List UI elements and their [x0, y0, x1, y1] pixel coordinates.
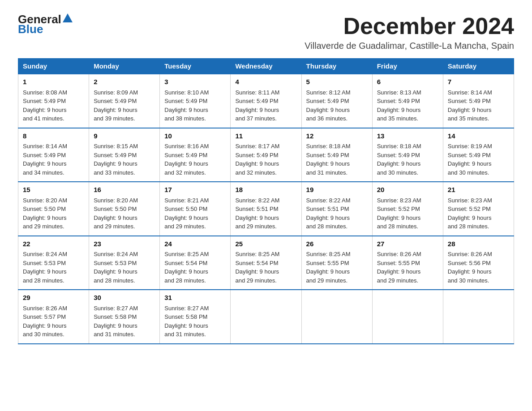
calendar-header-row: SundayMondayTuesdayWednesdayThursdayFrid…	[18, 59, 514, 74]
day-cell: 30 Sunrise: 8:27 AM Sunset: 5:58 PM Dayl…	[89, 290, 160, 344]
day-number: 2	[94, 77, 155, 87]
day-number: 31	[164, 293, 226, 303]
day-info: Sunrise: 8:23 AM Sunset: 5:52 PM Dayligh…	[377, 196, 438, 231]
day-cell: 6 Sunrise: 8:13 AM Sunset: 5:49 PM Dayli…	[372, 74, 443, 128]
day-info: Sunrise: 8:25 AM Sunset: 5:54 PM Dayligh…	[235, 250, 296, 285]
day-info: Sunrise: 8:27 AM Sunset: 5:58 PM Dayligh…	[94, 304, 155, 339]
day-cell: 25 Sunrise: 8:25 AM Sunset: 5:54 PM Dayl…	[231, 236, 301, 290]
col-header-saturday: Saturday	[443, 59, 514, 74]
day-info: Sunrise: 8:22 AM Sunset: 5:51 PM Dayligh…	[306, 196, 368, 231]
day-number: 1	[23, 77, 84, 87]
day-number: 6	[377, 77, 438, 87]
day-info: Sunrise: 8:15 AM Sunset: 5:49 PM Dayligh…	[94, 142, 155, 177]
col-header-monday: Monday	[89, 59, 160, 74]
col-header-sunday: Sunday	[18, 59, 89, 74]
col-header-tuesday: Tuesday	[160, 59, 231, 74]
day-cell: 11 Sunrise: 8:17 AM Sunset: 5:49 PM Dayl…	[231, 128, 301, 182]
day-info: Sunrise: 8:13 AM Sunset: 5:49 PM Dayligh…	[377, 88, 438, 123]
day-cell	[372, 290, 443, 344]
day-number: 4	[235, 77, 296, 87]
day-cell: 17 Sunrise: 8:21 AM Sunset: 5:50 PM Dayl…	[160, 182, 231, 236]
day-number: 16	[94, 185, 155, 195]
day-info: Sunrise: 8:26 AM Sunset: 5:56 PM Dayligh…	[448, 250, 509, 285]
day-cell: 7 Sunrise: 8:14 AM Sunset: 5:49 PM Dayli…	[443, 74, 514, 128]
day-info: Sunrise: 8:24 AM Sunset: 5:53 PM Dayligh…	[94, 250, 155, 285]
day-cell: 26 Sunrise: 8:25 AM Sunset: 5:55 PM Dayl…	[301, 236, 372, 290]
day-number: 7	[448, 77, 509, 87]
week-row-3: 15 Sunrise: 8:20 AM Sunset: 5:50 PM Dayl…	[18, 182, 514, 236]
day-cell: 12 Sunrise: 8:18 AM Sunset: 5:49 PM Dayl…	[301, 128, 372, 182]
day-info: Sunrise: 8:19 AM Sunset: 5:49 PM Dayligh…	[448, 142, 509, 177]
day-number: 28	[448, 239, 509, 249]
day-number: 27	[377, 239, 438, 249]
day-number: 3	[164, 77, 226, 87]
day-info: Sunrise: 8:20 AM Sunset: 5:50 PM Dayligh…	[94, 196, 155, 231]
day-cell: 29 Sunrise: 8:26 AM Sunset: 5:57 PM Dayl…	[18, 290, 89, 344]
day-cell: 23 Sunrise: 8:24 AM Sunset: 5:53 PM Dayl…	[89, 236, 160, 290]
day-cell: 21 Sunrise: 8:23 AM Sunset: 5:52 PM Dayl…	[443, 182, 514, 236]
day-info: Sunrise: 8:22 AM Sunset: 5:51 PM Dayligh…	[235, 196, 296, 231]
day-cell: 3 Sunrise: 8:10 AM Sunset: 5:49 PM Dayli…	[160, 74, 231, 128]
day-number: 11	[235, 131, 296, 141]
day-number: 29	[23, 293, 84, 303]
day-cell: 5 Sunrise: 8:12 AM Sunset: 5:49 PM Dayli…	[301, 74, 372, 128]
day-cell	[231, 290, 301, 344]
day-info: Sunrise: 8:27 AM Sunset: 5:58 PM Dayligh…	[164, 304, 226, 339]
day-number: 25	[235, 239, 296, 249]
col-header-thursday: Thursday	[301, 59, 372, 74]
day-cell: 22 Sunrise: 8:24 AM Sunset: 5:53 PM Dayl…	[18, 236, 89, 290]
logo-triangle-icon	[63, 13, 73, 22]
col-header-wednesday: Wednesday	[231, 59, 301, 74]
day-cell: 20 Sunrise: 8:23 AM Sunset: 5:52 PM Dayl…	[372, 182, 443, 236]
day-cell: 9 Sunrise: 8:15 AM Sunset: 5:49 PM Dayli…	[89, 128, 160, 182]
day-info: Sunrise: 8:12 AM Sunset: 5:49 PM Dayligh…	[306, 88, 368, 123]
day-number: 9	[94, 131, 155, 141]
day-cell: 27 Sunrise: 8:26 AM Sunset: 5:55 PM Dayl…	[372, 236, 443, 290]
day-number: 10	[164, 131, 226, 141]
day-number: 24	[164, 239, 226, 249]
day-number: 5	[306, 77, 368, 87]
week-row-4: 22 Sunrise: 8:24 AM Sunset: 5:53 PM Dayl…	[18, 236, 514, 290]
day-info: Sunrise: 8:14 AM Sunset: 5:49 PM Dayligh…	[23, 142, 84, 177]
day-cell: 18 Sunrise: 8:22 AM Sunset: 5:51 PM Dayl…	[231, 182, 301, 236]
day-cell: 8 Sunrise: 8:14 AM Sunset: 5:49 PM Dayli…	[18, 128, 89, 182]
day-cell: 28 Sunrise: 8:26 AM Sunset: 5:56 PM Dayl…	[443, 236, 514, 290]
day-cell: 19 Sunrise: 8:22 AM Sunset: 5:51 PM Dayl…	[301, 182, 372, 236]
calendar-subtitle: Villaverde de Guadalimar, Castille-La Ma…	[305, 41, 514, 51]
day-number: 19	[306, 185, 368, 195]
day-number: 22	[23, 239, 84, 249]
day-info: Sunrise: 8:14 AM Sunset: 5:49 PM Dayligh…	[448, 88, 509, 123]
day-info: Sunrise: 8:25 AM Sunset: 5:55 PM Dayligh…	[306, 250, 368, 285]
day-info: Sunrise: 8:16 AM Sunset: 5:49 PM Dayligh…	[164, 142, 226, 177]
day-number: 17	[164, 185, 226, 195]
day-cell: 31 Sunrise: 8:27 AM Sunset: 5:58 PM Dayl…	[160, 290, 231, 344]
day-cell: 10 Sunrise: 8:16 AM Sunset: 5:49 PM Dayl…	[160, 128, 231, 182]
day-cell	[443, 290, 514, 344]
calendar-body: 1 Sunrise: 8:08 AM Sunset: 5:49 PM Dayli…	[18, 74, 514, 344]
day-number: 20	[377, 185, 438, 195]
day-cell: 24 Sunrise: 8:25 AM Sunset: 5:54 PM Dayl…	[160, 236, 231, 290]
calendar-title: December 2024	[305, 13, 514, 39]
day-info: Sunrise: 8:20 AM Sunset: 5:50 PM Dayligh…	[23, 196, 84, 231]
day-info: Sunrise: 8:26 AM Sunset: 5:55 PM Dayligh…	[377, 250, 438, 285]
day-number: 21	[448, 185, 509, 195]
day-info: Sunrise: 8:25 AM Sunset: 5:54 PM Dayligh…	[164, 250, 226, 285]
day-info: Sunrise: 8:08 AM Sunset: 5:49 PM Dayligh…	[23, 88, 84, 123]
day-info: Sunrise: 8:21 AM Sunset: 5:50 PM Dayligh…	[164, 196, 226, 231]
day-info: Sunrise: 8:24 AM Sunset: 5:53 PM Dayligh…	[23, 250, 84, 285]
day-number: 30	[94, 293, 155, 303]
col-header-friday: Friday	[372, 59, 443, 74]
day-info: Sunrise: 8:11 AM Sunset: 5:49 PM Dayligh…	[235, 88, 296, 123]
day-cell: 14 Sunrise: 8:19 AM Sunset: 5:49 PM Dayl…	[443, 128, 514, 182]
day-number: 8	[23, 131, 84, 141]
title-block: December 2024 Villaverde de Guadalimar, …	[305, 13, 514, 51]
logo: General Blue	[18, 13, 73, 35]
day-cell: 1 Sunrise: 8:08 AM Sunset: 5:49 PM Dayli…	[18, 74, 89, 128]
day-info: Sunrise: 8:10 AM Sunset: 5:49 PM Dayligh…	[164, 88, 226, 123]
day-number: 18	[235, 185, 296, 195]
week-row-2: 8 Sunrise: 8:14 AM Sunset: 5:49 PM Dayli…	[18, 128, 514, 182]
day-cell: 4 Sunrise: 8:11 AM Sunset: 5:49 PM Dayli…	[231, 74, 301, 128]
day-number: 14	[448, 131, 509, 141]
day-info: Sunrise: 8:23 AM Sunset: 5:52 PM Dayligh…	[448, 196, 509, 231]
day-number: 23	[94, 239, 155, 249]
